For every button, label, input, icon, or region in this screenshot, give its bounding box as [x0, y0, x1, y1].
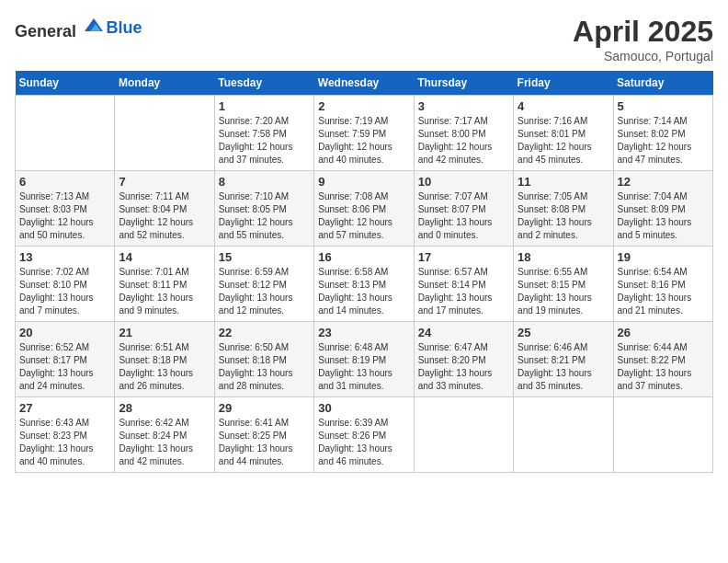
day-info: Sunrise: 7:05 AMSunset: 8:08 PMDaylight:…: [518, 190, 609, 242]
day-cell: 25Sunrise: 6:46 AMSunset: 8:21 PMDayligh…: [514, 322, 613, 397]
day-cell: 17Sunrise: 6:57 AMSunset: 8:14 PMDayligh…: [414, 247, 513, 322]
day-cell: 1Sunrise: 7:20 AMSunset: 7:58 PMDaylight…: [214, 96, 313, 171]
day-cell: 14Sunrise: 7:01 AMSunset: 8:11 PMDayligh…: [115, 247, 214, 322]
day-number: 4: [518, 99, 609, 113]
day-number: 10: [418, 175, 509, 189]
day-number: 25: [518, 326, 609, 339]
day-info: Sunrise: 7:07 AMSunset: 8:07 PMDaylight:…: [418, 190, 509, 242]
week-row-1: 1Sunrise: 7:20 AMSunset: 7:58 PMDaylight…: [16, 96, 713, 171]
day-number: 6: [19, 175, 110, 189]
day-number: 5: [618, 99, 709, 113]
day-cell: 26Sunrise: 6:44 AMSunset: 8:22 PMDayligh…: [613, 322, 712, 397]
weekday-header-saturday: Saturday: [613, 71, 712, 96]
day-info: Sunrise: 7:02 AMSunset: 8:10 PMDaylight:…: [19, 266, 110, 317]
day-info: Sunrise: 7:11 AMSunset: 8:04 PMDaylight:…: [119, 190, 210, 242]
day-info: Sunrise: 6:47 AMSunset: 8:20 PMDaylight:…: [418, 341, 509, 393]
day-cell: 22Sunrise: 6:50 AMSunset: 8:18 PMDayligh…: [214, 322, 313, 397]
day-number: 22: [219, 326, 310, 339]
week-row-4: 20Sunrise: 6:52 AMSunset: 8:17 PMDayligh…: [16, 322, 713, 397]
day-info: Sunrise: 6:48 AMSunset: 8:19 PMDaylight:…: [318, 341, 409, 393]
calendar-title: April 2025: [573, 15, 713, 49]
day-number: 27: [19, 401, 110, 415]
day-info: Sunrise: 6:44 AMSunset: 8:22 PMDaylight:…: [618, 341, 709, 393]
day-number: 14: [119, 250, 210, 264]
day-number: 18: [518, 250, 609, 264]
day-cell: 10Sunrise: 7:07 AMSunset: 8:07 PMDayligh…: [414, 171, 513, 247]
header: General Blue April 2025 Samouco, Portuga…: [15, 15, 713, 63]
weekday-header-row: SundayMondayTuesdayWednesdayThursdayFrid…: [16, 71, 713, 96]
day-info: Sunrise: 6:54 AMSunset: 8:16 PMDaylight:…: [618, 266, 709, 317]
day-info: Sunrise: 7:20 AMSunset: 7:58 PMDaylight:…: [219, 115, 310, 167]
day-info: Sunrise: 6:58 AMSunset: 8:13 PMDaylight:…: [318, 266, 409, 317]
day-number: 8: [219, 175, 310, 189]
day-cell: 16Sunrise: 6:58 AMSunset: 8:13 PMDayligh…: [314, 247, 414, 322]
day-number: 13: [19, 250, 110, 264]
logo-icon: [83, 15, 105, 37]
logo-text-blue: Blue: [107, 18, 142, 37]
day-info: Sunrise: 7:16 AMSunset: 8:01 PMDaylight:…: [518, 115, 609, 167]
week-row-3: 13Sunrise: 7:02 AMSunset: 8:10 PMDayligh…: [16, 247, 713, 322]
day-info: Sunrise: 7:17 AMSunset: 8:00 PMDaylight:…: [418, 115, 509, 167]
day-number: 1: [219, 99, 310, 113]
day-number: 16: [318, 250, 409, 264]
day-info: Sunrise: 6:55 AMSunset: 8:15 PMDaylight:…: [518, 266, 609, 317]
day-number: 20: [19, 326, 110, 339]
day-cell: 15Sunrise: 6:59 AMSunset: 8:12 PMDayligh…: [214, 247, 313, 322]
weekday-header-wednesday: Wednesday: [314, 71, 414, 96]
day-info: Sunrise: 6:51 AMSunset: 8:18 PMDaylight:…: [119, 341, 210, 393]
day-cell: 4Sunrise: 7:16 AMSunset: 8:01 PMDaylight…: [514, 96, 613, 171]
day-cell: [115, 96, 214, 171]
day-number: 15: [219, 250, 310, 264]
day-number: 28: [119, 401, 210, 415]
day-number: 21: [119, 326, 210, 339]
day-cell: 27Sunrise: 6:43 AMSunset: 8:23 PMDayligh…: [16, 397, 115, 473]
day-cell: 8Sunrise: 7:10 AMSunset: 8:05 PMDaylight…: [214, 171, 313, 247]
day-info: Sunrise: 6:50 AMSunset: 8:18 PMDaylight:…: [219, 341, 310, 393]
day-info: Sunrise: 7:14 AMSunset: 8:02 PMDaylight:…: [618, 115, 709, 167]
day-info: Sunrise: 7:08 AMSunset: 8:06 PMDaylight:…: [318, 190, 409, 242]
day-cell: 20Sunrise: 6:52 AMSunset: 8:17 PMDayligh…: [16, 322, 115, 397]
logo: General Blue: [15, 15, 142, 41]
week-row-2: 6Sunrise: 7:13 AMSunset: 8:03 PMDaylight…: [16, 171, 713, 247]
day-number: 9: [318, 175, 409, 189]
calendar-table: SundayMondayTuesdayWednesdayThursdayFrid…: [15, 71, 713, 473]
day-number: 7: [119, 175, 210, 189]
day-info: Sunrise: 7:13 AMSunset: 8:03 PMDaylight:…: [19, 190, 110, 242]
weekday-header-sunday: Sunday: [16, 71, 115, 96]
day-number: 29: [219, 401, 310, 415]
day-info: Sunrise: 7:01 AMSunset: 8:11 PMDaylight:…: [119, 266, 210, 317]
day-cell: 29Sunrise: 6:41 AMSunset: 8:25 PMDayligh…: [214, 397, 313, 473]
day-number: 23: [318, 326, 409, 339]
day-cell: 13Sunrise: 7:02 AMSunset: 8:10 PMDayligh…: [16, 247, 115, 322]
day-info: Sunrise: 6:42 AMSunset: 8:24 PMDaylight:…: [119, 417, 210, 468]
day-cell: 18Sunrise: 6:55 AMSunset: 8:15 PMDayligh…: [514, 247, 613, 322]
day-cell: [16, 96, 115, 171]
day-info: Sunrise: 7:10 AMSunset: 8:05 PMDaylight:…: [219, 190, 310, 242]
day-number: 2: [318, 99, 409, 113]
day-info: Sunrise: 7:04 AMSunset: 8:09 PMDaylight:…: [618, 190, 709, 242]
day-cell: 28Sunrise: 6:42 AMSunset: 8:24 PMDayligh…: [115, 397, 214, 473]
day-cell: 7Sunrise: 7:11 AMSunset: 8:04 PMDaylight…: [115, 171, 214, 247]
day-cell: 6Sunrise: 7:13 AMSunset: 8:03 PMDaylight…: [16, 171, 115, 247]
day-info: Sunrise: 6:41 AMSunset: 8:25 PMDaylight:…: [219, 417, 310, 468]
day-cell: 12Sunrise: 7:04 AMSunset: 8:09 PMDayligh…: [613, 171, 712, 247]
weekday-header-friday: Friday: [514, 71, 613, 96]
weekday-header-tuesday: Tuesday: [214, 71, 313, 96]
day-info: Sunrise: 7:19 AMSunset: 7:59 PMDaylight:…: [318, 115, 409, 167]
day-cell: [514, 397, 613, 473]
day-number: 17: [418, 250, 509, 264]
day-cell: 3Sunrise: 7:17 AMSunset: 8:00 PMDaylight…: [414, 96, 513, 171]
day-cell: 11Sunrise: 7:05 AMSunset: 8:08 PMDayligh…: [514, 171, 613, 247]
day-cell: [414, 397, 513, 473]
day-info: Sunrise: 6:39 AMSunset: 8:26 PMDaylight:…: [318, 417, 409, 468]
day-info: Sunrise: 6:43 AMSunset: 8:23 PMDaylight:…: [19, 417, 110, 468]
week-row-5: 27Sunrise: 6:43 AMSunset: 8:23 PMDayligh…: [16, 397, 713, 473]
day-cell: 30Sunrise: 6:39 AMSunset: 8:26 PMDayligh…: [314, 397, 414, 473]
day-cell: 23Sunrise: 6:48 AMSunset: 8:19 PMDayligh…: [314, 322, 414, 397]
day-number: 3: [418, 99, 509, 113]
day-info: Sunrise: 6:46 AMSunset: 8:21 PMDaylight:…: [518, 341, 609, 393]
day-cell: 9Sunrise: 7:08 AMSunset: 8:06 PMDaylight…: [314, 171, 414, 247]
day-number: 26: [618, 326, 709, 339]
day-number: 30: [318, 401, 409, 415]
title-area: April 2025 Samouco, Portugal: [573, 15, 713, 63]
